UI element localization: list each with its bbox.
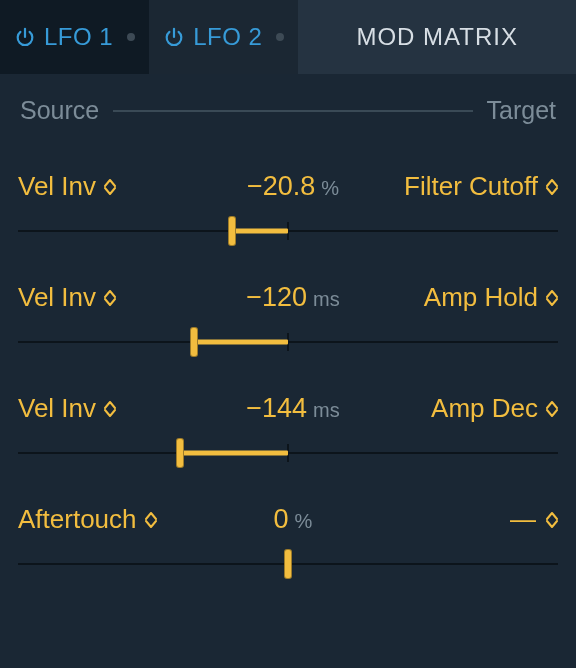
value-number: −20.8: [247, 171, 315, 202]
amount-value[interactable]: −144 ms: [208, 393, 378, 424]
value-unit: ms: [313, 399, 340, 422]
stepper-icon: [546, 290, 558, 306]
source-label: Vel Inv: [18, 171, 96, 202]
stepper-icon: [104, 290, 116, 306]
tab-lfo-2[interactable]: LFO 2: [149, 0, 298, 74]
value-number: −144: [246, 393, 307, 424]
source-label: Vel Inv: [18, 282, 96, 313]
stepper-icon: [546, 401, 558, 417]
slider-fill: [180, 451, 288, 456]
amount-slider[interactable]: [18, 549, 558, 579]
amount-slider[interactable]: [18, 216, 558, 246]
tab-label: LFO 1: [44, 23, 113, 51]
stepper-icon: [546, 179, 558, 195]
target-header: Target: [487, 96, 556, 125]
target-label: Amp Hold: [424, 282, 538, 313]
stepper-icon: [104, 401, 116, 417]
header-divider: [113, 110, 472, 112]
stepper-icon: [145, 512, 157, 528]
indicator-dot: [127, 33, 135, 41]
mod-row: Aftertouch 0 % —: [18, 468, 558, 579]
target-select[interactable]: Filter Cutoff: [378, 171, 558, 202]
source-select[interactable]: Aftertouch: [18, 504, 208, 535]
amount-value[interactable]: 0 %: [208, 504, 378, 535]
amount-value[interactable]: −120 ms: [208, 282, 378, 313]
target-label: —: [510, 504, 538, 535]
value-number: −120: [246, 282, 307, 313]
source-header: Source: [20, 96, 99, 125]
source-select[interactable]: Vel Inv: [18, 393, 208, 424]
tab-lfo-1[interactable]: LFO 1: [0, 0, 149, 74]
slider-fill: [232, 229, 288, 234]
stepper-icon: [546, 512, 558, 528]
slider-fill: [194, 340, 289, 345]
slider-thumb[interactable]: [228, 216, 236, 246]
value-unit: ms: [313, 288, 340, 311]
amount-value[interactable]: −20.8 %: [208, 171, 378, 202]
tab-bar: LFO 1 LFO 2 MOD MATRIX: [0, 0, 576, 74]
source-label: Aftertouch: [18, 504, 137, 535]
tab-label: MOD MATRIX: [356, 23, 518, 51]
tab-label: LFO 2: [193, 23, 262, 51]
target-select[interactable]: —: [378, 504, 558, 535]
mod-rows: Vel Inv −20.8 % Filter Cutoff: [0, 131, 576, 579]
mod-row: Vel Inv −20.8 % Filter Cutoff: [18, 135, 558, 246]
target-select[interactable]: Amp Hold: [378, 282, 558, 313]
stepper-icon: [104, 179, 116, 195]
power-icon[interactable]: [14, 26, 36, 48]
columns-header: Source Target: [0, 74, 576, 131]
slider-thumb[interactable]: [284, 549, 292, 579]
tab-mod-matrix[interactable]: MOD MATRIX: [298, 0, 576, 74]
source-select[interactable]: Vel Inv: [18, 171, 208, 202]
amount-slider[interactable]: [18, 438, 558, 468]
indicator-dot: [276, 33, 284, 41]
value-number: 0: [274, 504, 289, 535]
mod-row: Vel Inv −120 ms Amp Hold: [18, 246, 558, 357]
source-select[interactable]: Vel Inv: [18, 282, 208, 313]
slider-thumb[interactable]: [190, 327, 198, 357]
value-unit: %: [295, 510, 313, 533]
mod-row: Vel Inv −144 ms Amp Dec: [18, 357, 558, 468]
source-label: Vel Inv: [18, 393, 96, 424]
value-unit: %: [321, 177, 339, 200]
power-icon[interactable]: [163, 26, 185, 48]
target-select[interactable]: Amp Dec: [378, 393, 558, 424]
target-label: Filter Cutoff: [404, 171, 538, 202]
slider-thumb[interactable]: [176, 438, 184, 468]
target-label: Amp Dec: [431, 393, 538, 424]
amount-slider[interactable]: [18, 327, 558, 357]
